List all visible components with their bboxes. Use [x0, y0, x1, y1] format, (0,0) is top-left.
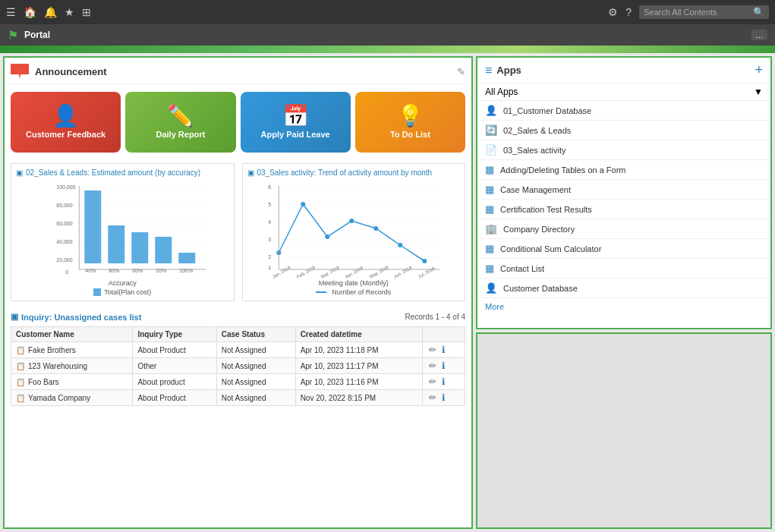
- info-row-button[interactable]: ℹ: [442, 345, 446, 355]
- apps-title: Apps: [496, 65, 521, 76]
- cell-actions: ✏ ℹ: [422, 374, 465, 390]
- announcement-icon: [11, 64, 29, 79]
- tile-todo-list-icon: 💡: [397, 105, 424, 127]
- svg-text:5: 5: [268, 202, 271, 207]
- cell-created-datetime: Apr 10, 2023 11:17 PM: [295, 358, 422, 374]
- star-icon[interactable]: ★: [65, 6, 74, 18]
- info-row-button[interactable]: ℹ: [442, 376, 446, 387]
- line-chart-area: 6 5 4 3 2 1: [247, 180, 461, 279]
- doc-icon: 📋: [16, 378, 25, 386]
- apps-header: ≡ Apps +: [477, 58, 770, 83]
- edit-row-button[interactable]: ✏: [429, 345, 436, 355]
- svg-text:20,000: 20,000: [56, 257, 73, 263]
- bottom-right-section: [476, 332, 772, 529]
- svg-text:Mar, 2018: Mar, 2018: [320, 265, 340, 279]
- edit-row-button[interactable]: ✏: [429, 376, 436, 387]
- tile-todo-list[interactable]: 💡 To Do List: [355, 92, 465, 153]
- app-list-item[interactable]: ▦ Certification Test Results: [477, 200, 770, 219]
- svg-text:60,000: 60,000: [56, 221, 73, 226]
- home-icon[interactable]: 🏠: [24, 6, 36, 18]
- left-panel: Announcement ✎ 👤 Customer Feedback ✏️ Da…: [3, 56, 473, 529]
- info-row-button[interactable]: ℹ: [442, 360, 446, 371]
- app-item-name: Customer Database: [503, 284, 578, 293]
- svg-text:80%: 80%: [109, 268, 119, 273]
- settings-icon[interactable]: ⚙: [608, 6, 618, 18]
- tile-customer-feedback[interactable]: 👤 Customer Feedback: [11, 92, 121, 153]
- col-created-datetime: Created datetime: [295, 327, 422, 342]
- info-row-button[interactable]: ℹ: [442, 392, 446, 403]
- cell-case-status: Not Assigned: [216, 342, 295, 358]
- bar-chart-svg: 100,000 80,000 60,000 40,000 20,000 0: [16, 180, 229, 279]
- bar-chart-title: ▣ 02_Sales & Leads: Estimated amount (by…: [16, 168, 229, 177]
- app-list-item[interactable]: ▦ Contact List: [477, 259, 770, 279]
- app-item-name: 01_Customer Database: [503, 106, 591, 115]
- app-list-item[interactable]: 👤 Customer Database: [477, 279, 770, 298]
- apps-filter[interactable]: All Apps ▼: [477, 83, 770, 101]
- tile-apply-paid-leave-icon: 📅: [282, 105, 309, 127]
- svg-rect-13: [131, 232, 148, 263]
- portal-flag-icon: ⚑: [8, 28, 18, 42]
- edit-row-button[interactable]: ✏: [429, 392, 436, 403]
- tile-daily-report[interactable]: ✏️ Daily Report: [125, 92, 235, 153]
- svg-text:80,000: 80,000: [56, 203, 73, 208]
- tile-apply-paid-leave[interactable]: 📅 Apply Paid Leave: [241, 92, 351, 153]
- edit-row-button[interactable]: ✏: [429, 360, 436, 371]
- announcement-edit-icon[interactable]: ✎: [457, 66, 465, 77]
- app-item-icon: ▦: [485, 203, 494, 215]
- app-item-icon: 🔄: [485, 124, 497, 136]
- app-item-name: Certification Test Results: [500, 205, 592, 214]
- line-chart-container: ▣ 03_Sales activity: Trend of activity a…: [242, 163, 466, 301]
- app-item-icon: ▦: [485, 164, 494, 175]
- app-list-item[interactable]: 👤 01_Customer Database: [477, 101, 770, 121]
- menu-icon[interactable]: ☰: [6, 6, 16, 18]
- bar-chart-title-icon: ▣: [16, 168, 23, 177]
- doc-icon: 📋: [16, 362, 25, 370]
- app-list-item[interactable]: 🔄 02_Sales & Leads: [477, 121, 770, 140]
- portal-label: Portal: [24, 30, 50, 40]
- app-list-item[interactable]: ▦ Case Management: [477, 180, 770, 200]
- bell-icon[interactable]: 🔔: [44, 6, 57, 18]
- app-item-icon: 👤: [485, 282, 497, 294]
- svg-point-39: [398, 243, 402, 247]
- cell-created-datetime: Apr 10, 2023 11:18 PM: [295, 342, 422, 358]
- grid-icon[interactable]: ⊞: [82, 6, 91, 18]
- doc-icon: 📋: [16, 346, 25, 354]
- app-item-name: 03_Sales activity: [503, 146, 566, 155]
- app-list-item[interactable]: ▦ Adding/Deleting Tables on a Form: [477, 160, 770, 180]
- tile-apply-paid-leave-label: Apply Paid Leave: [261, 130, 330, 139]
- apps-filter-label: All Apps: [485, 87, 518, 97]
- app-list-item[interactable]: 🏢 Company Directory: [477, 219, 770, 239]
- app-list-item[interactable]: ▦ Conditional Sum Calculator: [477, 239, 770, 259]
- tile-todo-list-label: To Do List: [390, 130, 430, 139]
- cell-customer-name: 📋123 Warehousing: [11, 358, 133, 374]
- line-chart-legend-line: [316, 291, 326, 293]
- app-list-item[interactable]: 📄 03_Sales activity: [477, 140, 770, 160]
- announcement-header: Announcement ✎: [11, 64, 465, 84]
- apps-add-button[interactable]: +: [755, 62, 763, 78]
- line-chart-legend: Number of Records: [247, 288, 461, 296]
- portal-bar: ⚑ Portal ...: [0, 24, 775, 46]
- app-item-name: Case Management: [500, 185, 571, 194]
- apps-more-link[interactable]: More: [477, 298, 770, 315]
- cell-actions: ✏ ℹ: [422, 390, 465, 406]
- table-row: 📋Fake Brothers About Product Not Assigne…: [11, 342, 465, 358]
- svg-text:6: 6: [268, 184, 271, 190]
- col-actions: [422, 327, 465, 342]
- svg-text:40,000: 40,000: [56, 239, 73, 244]
- cell-created-datetime: Apr 10, 2023 11:16 PM: [295, 374, 422, 390]
- col-case-status: Case Status: [216, 327, 295, 342]
- announcement-title-group: Announcement: [11, 64, 107, 79]
- table-header-row: Customer Name Inquiry Type Case Status C…: [11, 327, 465, 342]
- cell-inquiry-type: Other: [133, 358, 216, 374]
- table-row: 📋Yamada Company About Product Not Assign…: [11, 390, 465, 406]
- search-bar[interactable]: 🔍: [639, 5, 769, 19]
- search-input[interactable]: [644, 8, 750, 17]
- app-item-icon: 👤: [485, 105, 497, 116]
- help-icon[interactable]: ?: [625, 6, 632, 18]
- portal-more-button[interactable]: ...: [751, 30, 767, 40]
- apps-section: ≡ Apps + All Apps ▼ 👤 01_Customer Databa…: [476, 56, 772, 329]
- tile-daily-report-icon: ✏️: [167, 105, 194, 127]
- line-chart-title-icon: ▣: [247, 168, 254, 177]
- cell-customer-name: 📋Fake Brothers: [11, 342, 133, 358]
- main-content: Announcement ✎ 👤 Customer Feedback ✏️ Da…: [0, 53, 775, 532]
